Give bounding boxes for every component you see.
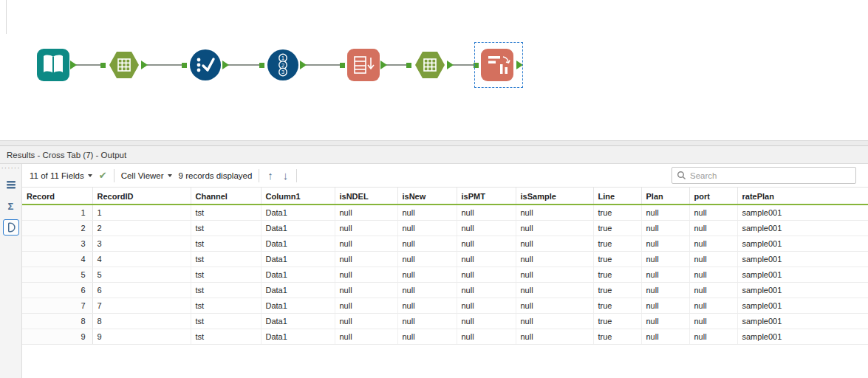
record-id-tool[interactable]: 1 2 3: [266, 48, 300, 82]
table-cell[interactable]: 5: [92, 267, 191, 282]
table-cell[interactable]: null: [335, 236, 397, 251]
search-input[interactable]: [690, 171, 851, 180]
record-number-cell[interactable]: 3: [22, 236, 92, 251]
table-cell[interactable]: 8: [92, 313, 191, 329]
summarize-tool-2[interactable]: [413, 48, 447, 82]
table-cell[interactable]: null: [516, 298, 593, 313]
record-number-cell[interactable]: 1: [22, 205, 92, 220]
table-cell[interactable]: null: [689, 236, 737, 251]
previous-record-button[interactable]: ↑: [266, 170, 275, 181]
record-number-cell[interactable]: 5: [22, 267, 92, 282]
output-anchor[interactable]: [70, 61, 77, 69]
record-number-cell[interactable]: 7: [22, 298, 92, 313]
table-cell[interactable]: null: [516, 282, 593, 298]
table-cell[interactable]: null: [641, 205, 689, 220]
table-cell[interactable]: tst: [191, 298, 261, 313]
table-cell[interactable]: tst: [191, 267, 261, 282]
table-cell[interactable]: null: [516, 313, 593, 329]
table-cell[interactable]: null: [516, 220, 593, 236]
table-cell[interactable]: null: [335, 298, 397, 313]
table-cell[interactable]: tst: [191, 329, 261, 344]
input-data-tool[interactable]: [36, 48, 70, 82]
output-anchor[interactable]: [300, 61, 307, 69]
table-cell[interactable]: true: [593, 329, 641, 344]
connection-wire[interactable]: [76, 64, 100, 66]
column-header-isnew[interactable]: isNew: [397, 188, 457, 205]
table-cell[interactable]: null: [641, 220, 689, 236]
table-cell[interactable]: 3: [92, 236, 191, 251]
table-cell[interactable]: Data1: [261, 236, 335, 251]
table-cell[interactable]: null: [689, 220, 737, 236]
table-cell[interactable]: null: [335, 251, 397, 267]
table-cell[interactable]: null: [457, 298, 516, 313]
table-cell[interactable]: null: [641, 267, 689, 282]
table-cell[interactable]: null: [397, 282, 457, 298]
workflow-canvas[interactable]: 1 2 3: [0, 0, 868, 140]
apply-check-icon[interactable]: ✔: [99, 170, 107, 181]
table-cell[interactable]: true: [593, 313, 641, 329]
table-cell[interactable]: null: [516, 251, 593, 267]
table-cell[interactable]: null: [457, 220, 516, 236]
input-anchor[interactable]: [182, 63, 187, 68]
search-box[interactable]: [671, 167, 856, 184]
table-cell[interactable]: null: [397, 236, 457, 251]
table-cell[interactable]: null: [397, 313, 457, 329]
table-cell[interactable]: null: [689, 298, 737, 313]
table-cell[interactable]: null: [457, 329, 516, 344]
table-cell[interactable]: true: [593, 220, 641, 236]
input-anchor[interactable]: [100, 63, 106, 68]
table-cell[interactable]: null: [457, 236, 516, 251]
column-header-ispmt[interactable]: isPMT: [457, 188, 516, 205]
connection-progress-button[interactable]: [3, 176, 19, 193]
table-cell[interactable]: null: [335, 220, 397, 236]
table-cell[interactable]: null: [457, 313, 516, 329]
table-cell[interactable]: tst: [191, 313, 261, 329]
table-cell[interactable]: tst: [191, 282, 261, 298]
table-cell[interactable]: Data1: [261, 205, 335, 220]
table-cell[interactable]: sample001: [737, 282, 868, 298]
table-cell[interactable]: true: [593, 236, 641, 251]
column-header-issample[interactable]: isSample: [516, 188, 593, 205]
table-cell[interactable]: null: [397, 220, 457, 236]
table-cell[interactable]: null: [689, 329, 737, 344]
table-cell[interactable]: true: [593, 267, 641, 282]
table-cell[interactable]: null: [397, 251, 457, 267]
output-anchor[interactable]: [141, 61, 148, 69]
table-cell[interactable]: null: [641, 298, 689, 313]
data-view-button[interactable]: [3, 219, 19, 236]
record-number-cell[interactable]: 9: [22, 329, 92, 344]
table-cell[interactable]: null: [335, 267, 397, 282]
table-cell[interactable]: null: [689, 267, 737, 282]
table-cell[interactable]: null: [689, 205, 737, 220]
fields-dropdown[interactable]: 11 of 11 Fields: [30, 171, 92, 180]
table-cell[interactable]: null: [457, 282, 516, 298]
table-cell[interactable]: null: [397, 329, 457, 344]
table-cell[interactable]: null: [335, 282, 397, 298]
table-cell[interactable]: null: [335, 205, 397, 220]
record-number-cell[interactable]: 4: [22, 251, 92, 267]
record-number-cell[interactable]: 2: [22, 220, 92, 236]
table-cell[interactable]: null: [335, 329, 397, 344]
table-cell[interactable]: Data1: [261, 267, 335, 282]
table-cell[interactable]: sample001: [737, 267, 868, 282]
table-cell[interactable]: Data1: [261, 282, 335, 298]
table-cell[interactable]: null: [397, 298, 457, 313]
column-header-port[interactable]: port: [689, 188, 737, 205]
column-header-plan[interactable]: Plan: [641, 188, 689, 205]
output-anchor[interactable]: [222, 61, 229, 69]
column-header-line[interactable]: Line: [593, 188, 641, 205]
table-cell[interactable]: 9: [92, 329, 191, 344]
input-anchor[interactable]: [406, 63, 411, 68]
record-number-cell[interactable]: 6: [22, 282, 92, 298]
output-anchor[interactable]: [447, 61, 454, 69]
table-cell[interactable]: sample001: [737, 313, 868, 329]
table-cell[interactable]: sample001: [737, 220, 868, 236]
column-header-record[interactable]: Record: [22, 188, 92, 205]
table-cell[interactable]: null: [689, 313, 737, 329]
table-cell[interactable]: tst: [191, 251, 261, 267]
input-anchor[interactable]: [259, 63, 264, 68]
table-cell[interactable]: null: [641, 251, 689, 267]
record-number-cell[interactable]: 8: [22, 313, 92, 329]
table-cell[interactable]: sample001: [737, 251, 868, 267]
table-cell[interactable]: null: [397, 267, 457, 282]
